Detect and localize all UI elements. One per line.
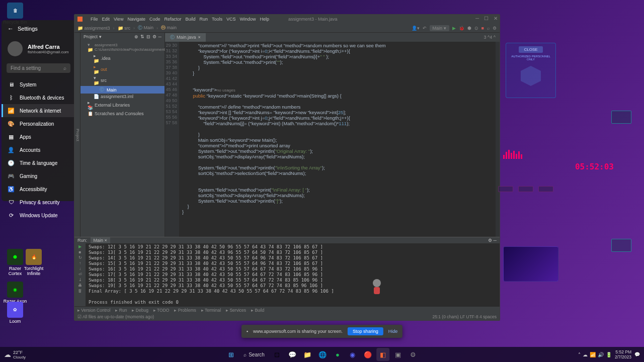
menu-view[interactable]: View <box>114 17 123 22</box>
intellij-button[interactable]: ◧ <box>376 348 389 361</box>
settings-button[interactable]: ⚙ <box>407 348 420 361</box>
settings-item-network-internet[interactable]: 📶Network & internet <box>2 104 75 117</box>
bottom-tab-problems[interactable]: ▸ Problems <box>174 308 196 313</box>
notifications-button[interactable]: 💬 <box>634 352 640 357</box>
settings-item-gaming[interactable]: 🎮Gaming <box>2 169 75 183</box>
select-opened-file-icon[interactable]: ⊕ <box>134 34 138 39</box>
spotify-button[interactable]: ● <box>331 348 344 361</box>
discord-button[interactable]: ◉ <box>346 348 359 361</box>
tree-iml-file[interactable]: 📄assignment3.iml <box>80 94 165 100</box>
user-icon[interactable]: 👤▾ <box>412 26 420 31</box>
menu-build[interactable]: Build <box>185 17 195 22</box>
bottom-tab-debug[interactable]: ▸ Debug <box>132 308 148 313</box>
menu-navigate[interactable]: Navigate <box>127 17 145 22</box>
code-editor[interactable]: "comment">// "method">print "field">out … <box>179 42 496 237</box>
tree-idea-folder[interactable]: ▸📁.idea <box>80 53 165 64</box>
tree-ext-libraries[interactable]: ▸📚External Libraries <box>80 100 165 111</box>
minimize-button[interactable]: ─ <box>475 16 479 21</box>
run-button[interactable]: ▶ <box>452 26 456 31</box>
breadcrumb-item[interactable]: ⓜ main <box>161 25 177 31</box>
close-button[interactable]: ✕ <box>494 16 498 21</box>
settings-item-system[interactable]: 🖥System <box>2 78 75 91</box>
chrome-button[interactable]: 🔴 <box>361 348 374 361</box>
menu-tools[interactable]: Tools <box>212 17 222 22</box>
editor-tab[interactable]: Ⓒ Main.java × <box>165 33 206 42</box>
settings-item-apps[interactable]: ▦Apps <box>2 130 75 143</box>
project-tool-button[interactable]: Project <box>74 33 80 237</box>
search-everywhere-button[interactable]: ⌕ <box>487 26 490 31</box>
settings-item-personalization[interactable]: 🎨Personalization <box>2 117 75 130</box>
soft-wrap-button[interactable]: ⏎ <box>78 272 82 277</box>
tray-chevron-icon[interactable]: ˄ <box>578 352 581 357</box>
problems-badge[interactable]: 3 ^4 ^ <box>480 35 500 40</box>
bottom-tab-todo[interactable]: ▸ TODO <box>153 308 170 313</box>
tray-onedrive-icon[interactable]: ☁ <box>583 352 588 357</box>
tree-src-folder[interactable]: ▾📁src <box>80 75 165 86</box>
run-tab-main[interactable]: Main × <box>91 237 110 243</box>
settings-item-accessibility[interactable]: ♿Accessibility <box>2 183 75 196</box>
bottom-tab-terminal[interactable]: ▸ Terminal <box>201 308 221 313</box>
breadcrumb-item[interactable]: 📁 src <box>118 26 131 31</box>
run-config-dropdown[interactable]: Main ▾ <box>430 25 449 31</box>
task-view-button[interactable]: ⊡ <box>271 348 284 361</box>
panel-settings-icon[interactable]: ⚙ <box>152 34 156 39</box>
maximize-button[interactable]: ☐ <box>484 16 489 21</box>
editor-minimap[interactable] <box>496 42 500 237</box>
close-tab-icon[interactable]: × <box>198 35 201 40</box>
razer-axon-icon[interactable]: ◉ Razer Axon <box>3 282 28 304</box>
settings-item-privacy-security[interactable]: 🛡Privacy & security <box>2 196 75 209</box>
console-output[interactable]: Swaps: 12[ 3 5 16 19 21 22 29 29 31 33 3… <box>86 243 500 306</box>
hide-share-button[interactable]: Hide <box>388 329 398 334</box>
menu-window[interactable]: Window <box>240 17 256 22</box>
torchlight-icon[interactable]: 🔥 Torchlight Infinite <box>21 249 46 276</box>
bottom-tab-build[interactable]: ▸ Build <box>251 308 264 313</box>
settings-item-bluetooth-devices[interactable]: ᛒBluetooth & devices <box>2 91 75 104</box>
run-settings-icon[interactable]: ⚙ <box>488 238 492 243</box>
app-button[interactable]: ▣ <box>391 348 405 361</box>
chat-button[interactable]: 💬 <box>286 348 299 361</box>
menu-refactor[interactable]: Refactor <box>164 17 181 22</box>
restart-button[interactable]: ↻ <box>78 255 82 260</box>
weather-widget[interactable]: ☁ 22°F Cloudy <box>4 350 26 359</box>
bottom-tab-services[interactable]: ▸ Services <box>226 308 246 313</box>
clear-button[interactable]: 🗑 <box>78 289 82 293</box>
breadcrumb-item[interactable]: 📁 assignment3 <box>77 26 110 31</box>
scroll-end-button[interactable]: ⤓ <box>78 278 82 282</box>
stop-sharing-button[interactable]: Stop sharing <box>348 327 383 335</box>
taskbar-search[interactable]: ⌕ Search <box>239 352 269 357</box>
menu-file[interactable]: File <box>91 17 98 22</box>
edge-button[interactable]: 🌐 <box>316 348 329 361</box>
tray-battery-icon[interactable]: 🔋 <box>606 352 612 357</box>
user-section[interactable]: Alfred Carra fishboat40@gmail.com <box>2 37 75 60</box>
down-button[interactable]: ↓ <box>79 266 81 271</box>
tree-scratches[interactable]: 📋Scratches and Consoles <box>80 111 165 117</box>
tree-out-folder[interactable]: ▸📁out <box>80 64 165 75</box>
breadcrumb-item[interactable]: Ⓒ Main <box>138 25 153 31</box>
print-button[interactable]: 🖶 <box>78 283 82 288</box>
tray-wifi-icon[interactable]: 📶 <box>590 352 596 357</box>
rerun-button[interactable]: ▶ <box>78 244 82 249</box>
menu-vcs[interactable]: VCS <box>226 17 236 22</box>
stop-run-button[interactable]: ■ <box>79 250 82 254</box>
start-button[interactable]: ⊞ <box>224 348 237 361</box>
bottom-tab-run[interactable]: ▸ Run <box>115 308 127 313</box>
profile-button[interactable]: ⊙ <box>474 26 478 31</box>
bottom-tab-version-control[interactable]: ▸ Version Control <box>77 308 110 313</box>
stop-button[interactable]: ■ <box>481 26 484 31</box>
hide-panel-icon[interactable]: ─ <box>158 34 162 39</box>
up-button[interactable]: ↑ <box>79 261 81 265</box>
tree-main-file[interactable]: ⒸMain <box>80 86 165 94</box>
menu-help[interactable]: Help <box>260 17 270 22</box>
tree-root[interactable]: ▾📁assignment3 C:\Users\fishb\IdeaProject… <box>80 42 165 53</box>
settings-icon[interactable]: ⚙ <box>493 26 497 31</box>
menu-run[interactable]: Run <box>199 17 208 22</box>
settings-back-button[interactable]: ← <box>8 25 14 32</box>
back-arrow-icon[interactable]: ↶ <box>423 26 427 31</box>
tray-volume-icon[interactable]: 🔊 <box>598 352 604 357</box>
menu-edit[interactable]: Edit <box>102 17 110 22</box>
file-explorer-button[interactable]: 📁 <box>301 348 314 361</box>
collapse-all-icon[interactable]: ⊟ <box>146 34 150 39</box>
debug-button[interactable]: 🐞 <box>459 26 464 31</box>
coverage-button[interactable]: ⬢ <box>467 26 471 31</box>
settings-item-time-language[interactable]: 🕐Time & language <box>2 156 75 169</box>
